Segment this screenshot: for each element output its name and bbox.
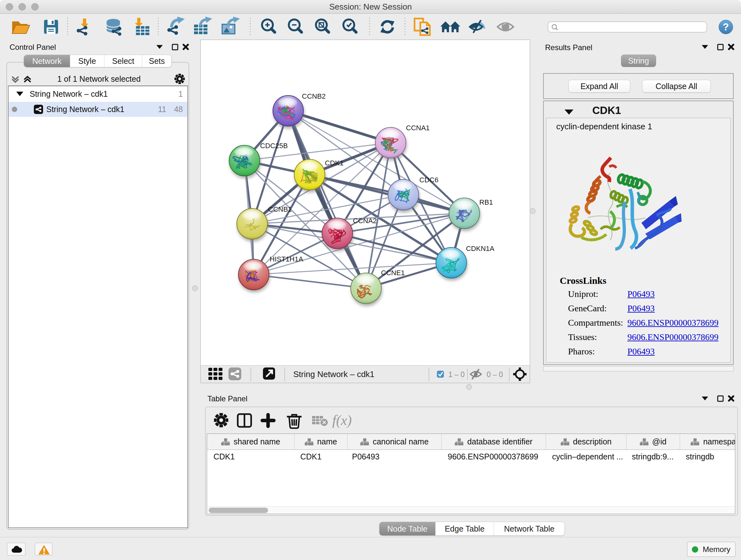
svg-text:RB1: RB1 (479, 198, 493, 206)
svg-text:1 – 0: 1 – 0 (448, 370, 465, 379)
svg-text:HIST1H1A: HIST1H1A (270, 255, 303, 263)
svg-text:CCNE1: CCNE1 (381, 269, 405, 277)
svg-text:CDC6: CDC6 (419, 176, 439, 184)
svg-text:f(x): f(x) (332, 413, 352, 428)
svg-text:CCNA2: CCNA2 (353, 217, 377, 225)
svg-text:CCNB1: CCNB1 (268, 205, 292, 213)
svg-text:CDKN1A: CDKN1A (466, 245, 495, 253)
svg-text:CCNA1: CCNA1 (406, 124, 430, 132)
svg-text:0 – 0: 0 – 0 (487, 370, 503, 379)
svg-text:CDK1: CDK1 (325, 159, 344, 167)
svg-text:String Network – cdk1: String Network – cdk1 (293, 369, 374, 379)
svg-text:CDC25B: CDC25B (260, 142, 288, 150)
svg-text:CCNB2: CCNB2 (302, 92, 326, 100)
